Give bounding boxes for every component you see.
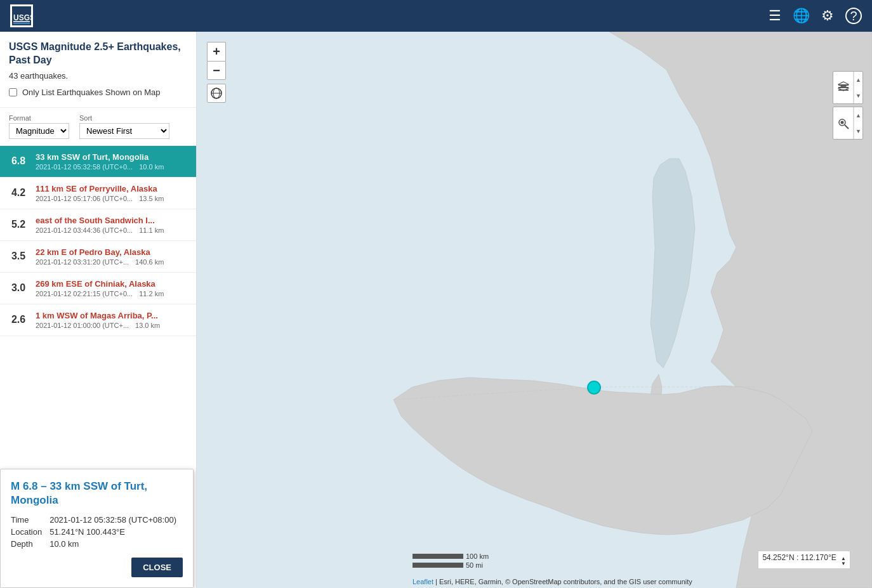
sort-label: Sort <box>79 114 169 122</box>
filter-label[interactable]: Only List Earthquakes Shown on Map <box>22 87 161 98</box>
help-icon[interactable]: ? <box>845 8 862 24</box>
globe-icon[interactable]: 🌐 <box>793 8 810 24</box>
main-layout: USGS Magnitude 2.5+ Earthquakes, Past Da… <box>0 32 872 588</box>
eq-depth: 13.0 km <box>135 322 160 329</box>
globe-reset-control <box>207 84 226 103</box>
layers-arrows: ▲ ▼ <box>854 72 862 103</box>
earthquake-count: 43 earthquakes. <box>9 71 187 81</box>
layers-up-arrow[interactable]: ▲ <box>854 72 862 88</box>
sort-group: Sort Newest First Oldest First Largest M… <box>79 114 169 139</box>
eq-depth: 13.5 km <box>139 195 164 202</box>
popup-details: Time 2021-01-12 05:32:58 (UTC+08:00) Loc… <box>11 515 183 549</box>
list-item[interactable]: 5.2east of the South Sandwich I...2021-0… <box>0 209 196 241</box>
eq-details: 2021-01-12 05:17:06 (UTC+0...13.5 km <box>36 195 187 202</box>
scale-100km <box>413 554 463 559</box>
list-item[interactable]: 3.0269 km ESE of Chiniak, Alaska2021-01-… <box>0 273 196 304</box>
eq-datetime: 2021-01-12 02:21:15 (UTC+0... <box>36 290 133 297</box>
gear-icon[interactable]: ⚙ <box>821 8 834 24</box>
svg-point-17 <box>840 121 843 124</box>
eq-magnitude: 3.0 <box>9 282 28 294</box>
eq-depth: 140.6 km <box>135 258 164 266</box>
eq-info: 111 km SE of Perryville, Alaska2021-01-1… <box>36 184 187 202</box>
depth-label: Depth <box>11 539 42 549</box>
page-title: USGS Magnitude 2.5+ Earthquakes, Past Da… <box>9 41 187 67</box>
earthquake-popup: M 6.8 – 33 km SSW of Turt, Mongolia Time… <box>0 469 194 588</box>
eq-details: 2021-01-12 03:31:20 (UTC+...140.6 km <box>36 258 187 266</box>
nav-list-icon[interactable]: ☰ <box>769 8 781 24</box>
map-geography <box>197 32 872 588</box>
scale-50mi-label: 50 mi <box>466 561 483 569</box>
eq-info: 1 km WSW of Magas Arriba, P...2021-01-12… <box>36 311 187 329</box>
key-up-arrow[interactable]: ▲ <box>854 107 862 123</box>
list-item[interactable]: 6.833 km SSW of Turt, Mongolia2021-01-12… <box>0 146 196 178</box>
svg-text:USGS: USGS <box>13 13 31 22</box>
eq-depth: 11.2 km <box>139 290 164 297</box>
format-select[interactable]: Magnitude Depth Age <box>9 123 69 139</box>
map-container[interactable]: + − <box>197 32 872 588</box>
eq-location: east of the South Sandwich I... <box>36 216 187 225</box>
eq-datetime: 2021-01-12 03:44:36 (UTC+0... <box>36 226 133 234</box>
key-down-arrow[interactable]: ▼ <box>854 123 862 139</box>
scale-bar: 100 km 50 mi <box>413 552 489 569</box>
filter-row: Only List Earthquakes Shown on Map <box>9 87 187 98</box>
usgs-logo-icon: USGS <box>10 4 33 27</box>
list-item[interactable]: 2.61 km WSW of Magas Arriba, P...2021-01… <box>0 304 196 336</box>
eq-depth: 11.1 km <box>139 226 164 234</box>
location-label: Location <box>11 527 42 537</box>
eq-depth: 10.0 km <box>139 163 164 171</box>
time-label: Time <box>11 515 42 525</box>
zoom-controls: + − <box>207 42 226 80</box>
svg-line-16 <box>845 125 849 129</box>
leaflet-link[interactable]: Leaflet <box>413 578 433 585</box>
filter-checkbox[interactable] <box>9 88 17 96</box>
eq-details: 2021-01-12 01:00:00 (UTC+...13.0 km <box>36 322 187 329</box>
format-label: Format <box>9 114 69 122</box>
eq-datetime: 2021-01-12 01:00:00 (UTC+... <box>36 322 129 329</box>
app-header: USGS ☰ 🌐 ⚙ ? <box>0 0 872 32</box>
globe-button[interactable] <box>207 84 226 103</box>
layers-down-arrow[interactable]: ▼ <box>854 88 862 103</box>
eq-details: 2021-01-12 05:32:58 (UTC+0...10.0 km <box>36 163 187 171</box>
sidebar-header: USGS Magnitude 2.5+ Earthquakes, Past Da… <box>0 32 196 108</box>
eq-details: 2021-01-12 02:21:15 (UTC+0...11.2 km <box>36 290 187 297</box>
zoom-out-button[interactable]: − <box>207 61 226 80</box>
format-group: Format Magnitude Depth Age <box>9 114 69 139</box>
eq-info: 269 km ESE of Chiniak, Alaska2021-01-12 … <box>36 279 187 297</box>
popup-title[interactable]: M 6.8 – 33 km SSW of Turt, Mongolia <box>11 480 183 507</box>
eq-magnitude: 2.6 <box>9 314 28 325</box>
header-icons: ☰ 🌐 ⚙ ? <box>769 8 862 24</box>
scale-100km-label: 100 km <box>466 552 489 560</box>
scale-50mi <box>413 563 463 568</box>
time-value: 2021-01-12 05:32:58 (UTC+08:00) <box>50 515 183 525</box>
logo: USGS <box>10 4 33 27</box>
list-item[interactable]: 3.522 km E of Pedro Bay, Alaska2021-01-1… <box>0 241 196 273</box>
eq-datetime: 2021-01-12 05:32:58 (UTC+0... <box>36 163 133 171</box>
key-button[interactable] <box>833 107 854 139</box>
sort-select[interactable]: Newest First Oldest First Largest Magnit… <box>79 123 169 139</box>
key-control: ▲ ▼ <box>833 107 863 140</box>
eq-magnitude: 4.2 <box>9 187 28 199</box>
depth-value: 10.0 km <box>50 539 183 549</box>
eq-magnitude: 5.2 <box>9 219 28 230</box>
map-background: + − <box>197 32 872 588</box>
eq-magnitude: 3.5 <box>9 251 28 262</box>
attribution-text: | Esri, HERE, Garmin, © OpenStreetMap co… <box>435 578 692 585</box>
close-button[interactable]: CLOSE <box>131 558 183 577</box>
sort-format-row: Format Magnitude Depth Age Sort Newest F… <box>0 108 196 146</box>
layers-button[interactable] <box>833 72 854 103</box>
layers-control: ▲ ▼ <box>833 71 863 104</box>
location-value: 51.241°N 100.443°E <box>50 527 183 537</box>
earthquake-marker[interactable] <box>587 381 601 395</box>
zoom-in-button[interactable]: + <box>207 42 226 61</box>
eq-details: 2021-01-12 03:44:36 (UTC+0...11.1 km <box>36 226 187 234</box>
coordinates-arrows: ▲ ▼ <box>841 556 846 566</box>
eq-location: 22 km E of Pedro Bay, Alaska <box>36 247 187 257</box>
eq-info: 33 km SSW of Turt, Mongolia2021-01-12 05… <box>36 152 187 171</box>
eq-location: 111 km SE of Perryville, Alaska <box>36 184 187 193</box>
map-attribution: Leaflet | Esri, HERE, Garmin, © OpenStre… <box>413 578 692 585</box>
eq-location: 1 km WSW of Magas Arriba, P... <box>36 311 187 320</box>
list-item[interactable]: 4.2111 km SE of Perryville, Alaska2021-0… <box>0 178 196 209</box>
map-coordinates: 54.252°N : 112.170°E ▲ ▼ <box>758 551 850 569</box>
eq-location: 269 km ESE of Chiniak, Alaska <box>36 279 187 289</box>
coord-down[interactable]: ▼ <box>841 561 846 566</box>
